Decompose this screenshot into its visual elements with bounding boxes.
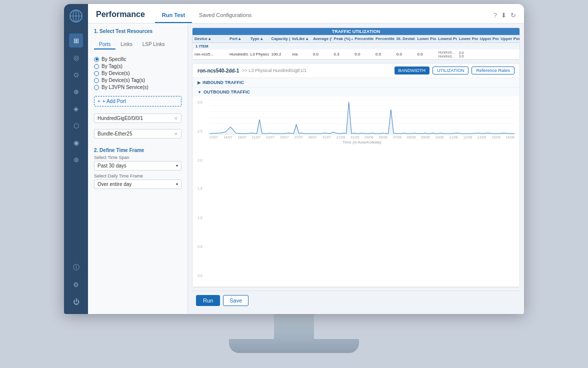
- sidebar-icon-info[interactable]: ⓘ: [69, 260, 83, 274]
- sidebar-icon-user[interactable]: ◉: [69, 136, 83, 150]
- col-avg[interactable]: Average (%) ▴: [311, 35, 332, 42]
- radio-by-l3vpn[interactable]: By L3VPN Service(s): [94, 84, 182, 90]
- col-upper[interactable]: Upper Ports ▴: [478, 35, 499, 42]
- tab-lsp-links[interactable]: LSP Links: [138, 40, 170, 50]
- chart-container: ron-ncs540-2dd-1 >> L3 Physical HundredG…: [192, 63, 520, 288]
- radio-by-device-tag[interactable]: By Device(s) Tag(s): [94, 78, 182, 83]
- col-port[interactable]: Port ▴: [228, 35, 248, 42]
- cell-inlike: n/a: [290, 51, 311, 58]
- x-label-4: 21/07: [252, 136, 261, 139]
- run-button[interactable]: Run: [196, 295, 220, 306]
- chevron-down-icon-2: ▾: [176, 182, 178, 186]
- sidebar-icon-tools[interactable]: ⊛: [69, 152, 83, 166]
- port-delete-icon-1[interactable]: ✕: [174, 116, 178, 121]
- x-label-8: 28/07: [308, 136, 317, 139]
- port-field-1[interactable]: HundredGigE0/0/0/1 ✕: [94, 114, 182, 123]
- collapse-icon-outbound: ▼: [198, 90, 202, 94]
- tab-links[interactable]: Links: [116, 40, 137, 50]
- radio-by-device[interactable]: By Device(s): [94, 70, 182, 76]
- sidebar-icon-settings[interactable]: ⊙: [69, 68, 83, 82]
- col-type[interactable]: Type ▴: [248, 35, 270, 42]
- group-label: 1 ITEM: [192, 43, 520, 50]
- content-area: 1. Select Test Resources Ports Links LSP…: [88, 24, 524, 314]
- radio-by-tag-dot: [94, 64, 99, 69]
- cell-upper-avg: [498, 54, 520, 56]
- save-button[interactable]: Save: [223, 295, 248, 306]
- logo: [68, 8, 84, 24]
- y-label-00: 0.0: [198, 274, 208, 278]
- chart-actions: BANDWIDTH UTILIZATION Reference Rates: [394, 66, 514, 74]
- port-value-1: HundredGigE0/0/0/1: [98, 116, 143, 121]
- col-upper-avg[interactable]: Upper Ports Average (%): [498, 35, 520, 42]
- radio-by-device-tag-dot: [94, 78, 99, 83]
- col-lowest-cap[interactable]: Lowest Ports Capacity Average (%): [436, 35, 457, 42]
- col-inlike[interactable]: In/Like ▴: [290, 35, 311, 42]
- cell-avg: 0.0: [311, 51, 332, 58]
- outbound-label: OUTBOUND TRAFFIC: [204, 90, 250, 94]
- port-field-2[interactable]: Bundle-Ether25 ✕: [94, 129, 182, 138]
- tab-ports[interactable]: Ports: [94, 40, 116, 50]
- x-label-3: 18/07: [238, 136, 246, 139]
- sidebar-icon-network[interactable]: ◎: [69, 50, 83, 64]
- refresh-icon[interactable]: ↻: [510, 12, 516, 19]
- chart-plot-area: 3.0 2.5 2.0 1.5 1.0 0.5 0.0: [198, 100, 514, 284]
- bandwidth-button[interactable]: BANDWIDTH: [394, 66, 430, 74]
- radio-by-device-label: By Device(s): [102, 70, 130, 76]
- radio-by-device-tag-label: By Device(s) Tag(s): [102, 78, 145, 83]
- sidebar-icon-power[interactable]: ⏻: [69, 294, 83, 308]
- right-panel: TRAFFIC UTILIZATION Device ▴ Port ▴ Type…: [188, 24, 524, 314]
- col-peak[interactable]: Peak (%) ▴: [332, 35, 353, 42]
- time-span-label: Select Time Span: [94, 155, 182, 160]
- help-icon[interactable]: ?: [494, 12, 497, 19]
- col-capacity[interactable]: Capacity (Gbps) ▴: [269, 35, 290, 42]
- traffic-table: TRAFFIC UTILIZATION Device ▴ Port ▴ Type…: [192, 28, 520, 60]
- cell-lowest-cap: Hundred... Hundred...: [436, 50, 457, 59]
- port-value-2: Bundle-Ether25: [98, 131, 132, 136]
- col-lower-avg[interactable]: Lower Ports Average (%): [457, 35, 478, 42]
- x-label-12: 04/08: [364, 136, 374, 139]
- cell-capacity: 100.2: [269, 51, 290, 58]
- cell-pct95: 0.0: [352, 51, 374, 58]
- inbound-section-header[interactable]: ▶ INBOUND TRAFFIC: [192, 78, 520, 87]
- y-label-05: 0.5: [198, 245, 208, 248]
- col-pct90[interactable]: Percentile 90(%) ▴: [374, 35, 394, 42]
- y-label-25: 2.5: [198, 130, 208, 133]
- top-bar-icons: ? ⬇ ↻: [494, 12, 516, 23]
- section1-title: 1. Select Test Resources: [94, 28, 182, 34]
- sidebar: ⊞ ◎ ⊙ ⊕ ◈ ⬡ ◉ ⊛ ⓘ ⚙ ⏻: [64, 4, 88, 314]
- col-lower[interactable]: Lower Ports ▴: [415, 35, 436, 42]
- resource-tabs: Ports Links LSP Links: [94, 40, 182, 50]
- sidebar-icon-topology[interactable]: ⬡: [69, 118, 83, 132]
- y-label-10: 1.0: [198, 216, 208, 220]
- sidebar-icon-globe[interactable]: ⊕: [69, 84, 83, 98]
- daily-label: Select Daily Time Frame: [94, 174, 182, 178]
- monitor-stand-base: [229, 339, 359, 353]
- inbound-label: INBOUND TRAFFIC: [202, 80, 244, 85]
- add-port-button[interactable]: + + Add Port: [94, 96, 182, 106]
- x-label-21: 15/08: [492, 136, 500, 139]
- outbound-section-header[interactable]: ▼ OUTBOUND TRAFFIC: [192, 88, 520, 96]
- tab-saved-configurations[interactable]: Saved Configurations: [192, 9, 258, 23]
- section2-title: 2. Define Time Frame: [94, 148, 182, 153]
- monitor-stand-neck: [274, 314, 314, 339]
- radio-by-specific[interactable]: By Specific: [94, 56, 182, 62]
- inbound-section: ▶ INBOUND TRAFFIC: [192, 78, 520, 88]
- reference-rates-button[interactable]: Reference Rates: [472, 66, 514, 74]
- port-delete-icon-2[interactable]: ✕: [174, 132, 178, 136]
- radio-by-tag[interactable]: By Tag(s): [94, 64, 182, 69]
- tab-run-test[interactable]: Run Test: [155, 9, 192, 23]
- sidebar-icon-home[interactable]: ⊞: [69, 34, 83, 48]
- sidebar-icon-service[interactable]: ◈: [69, 102, 83, 116]
- download-icon[interactable]: ⬇: [501, 12, 506, 19]
- radio-by-specific-dot: [94, 57, 99, 62]
- x-label-2: 14/07: [224, 136, 232, 139]
- col-pct95[interactable]: Percentile 95(%) ▴: [352, 35, 374, 42]
- time-axis-label: Time (in Asia/Kolkata): [210, 140, 514, 144]
- col-device[interactable]: Device ▴: [192, 35, 228, 42]
- utilization-button[interactable]: UTILIZATION: [432, 66, 468, 74]
- time-span-select[interactable]: Past 30 days ▾: [94, 161, 182, 170]
- x-label-20: 13/08: [478, 136, 486, 139]
- col-stdev[interactable]: St. Deviation ▴: [394, 35, 416, 42]
- daily-time-select[interactable]: Over entire day ▾: [94, 180, 182, 189]
- sidebar-icon-gear[interactable]: ⚙: [69, 278, 83, 292]
